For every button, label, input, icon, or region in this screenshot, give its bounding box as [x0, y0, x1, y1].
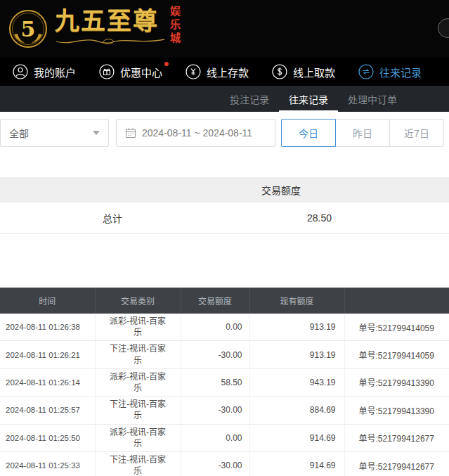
summary-total-row: 总计 28.50	[0, 202, 449, 234]
cell-type: 下注-视讯-百家乐	[95, 451, 181, 476]
main-nav: 我的账户 优惠中心 线上存款	[0, 58, 449, 86]
col-header-note	[344, 288, 449, 314]
emblem-number: 5	[21, 17, 36, 41]
records-table: 时间 交易类别 交易额度 现有额度 2024-08-11 01:26:38 派彩…	[0, 288, 449, 476]
table-row: 2024-08-11 01:26:21 下注-视讯-百家乐 -30.00 913…	[0, 341, 449, 368]
filter-bar: 全部 2024-08-11 ~ 2024-08-11 今日 昨日 近7日	[0, 112, 449, 158]
cell-amount: -30.00	[181, 397, 249, 424]
cell-note: 单号:521799412677	[344, 451, 449, 476]
cell-type: 派彩-视讯-百家乐	[95, 424, 181, 451]
cell-amount: -30.00	[181, 451, 249, 476]
nav-item-label: 线上取款	[293, 65, 335, 79]
tab-processing-orders[interactable]: 处理中订单	[338, 86, 407, 112]
page: 5 九五至尊 娱乐城 我的账户	[0, 0, 449, 476]
col-header-balance: 现有额度	[249, 288, 344, 314]
nav-item-label: 我的账户	[34, 65, 76, 79]
col-header-amount: 交易额度	[181, 288, 249, 314]
table-header-row: 时间 交易类别 交易额度 现有额度	[0, 288, 449, 314]
cell-type: 派彩-视讯-百家乐	[95, 368, 181, 396]
table-row: 2024-08-11 01:25:57 下注-视讯-百家乐 -30.00 884…	[0, 397, 449, 424]
nav-item-promotions[interactable]: 优惠中心	[99, 64, 162, 79]
cell-type: 下注-视讯-百家乐	[95, 341, 181, 368]
date-range-input[interactable]: 2024-08-11 ~ 2024-08-11	[116, 119, 275, 147]
summary-total-label: 总计	[0, 211, 225, 225]
cell-type: 派彩-视讯-百家乐	[95, 314, 181, 341]
user-icon	[13, 64, 28, 79]
cell-balance: 884.69	[249, 397, 344, 424]
summary-header-label: 交易额度	[225, 183, 337, 197]
sub-nav: 投注记录 往来记录 处理中订单	[0, 86, 449, 112]
type-select[interactable]: 全部	[0, 119, 109, 147]
deposit-icon	[186, 64, 201, 79]
cell-time: 2024-08-11 01:26:38	[0, 314, 95, 341]
nav-item-deposit[interactable]: 线上存款	[186, 64, 249, 79]
brand-badge: 娱乐城	[169, 6, 180, 46]
notification-dot	[164, 62, 169, 66]
tab-label: 往来记录	[279, 86, 338, 112]
top-header: 5 九五至尊 娱乐城	[0, 0, 449, 58]
cell-time: 2024-08-11 01:25:57	[0, 397, 95, 424]
brand-block: 九五至尊	[55, 8, 166, 49]
tab-label: 处理中订单	[338, 86, 407, 112]
brand-title: 九五至尊	[55, 8, 166, 33]
cell-amount: 0.00	[181, 314, 249, 341]
cell-amount: -30.00	[181, 341, 249, 368]
nav-item-label: 优惠中心	[120, 65, 162, 79]
cell-note: 单号:521799414059	[344, 341, 449, 368]
cell-amount: 0.00	[181, 424, 249, 451]
summary-table: 交易额度 总计 28.50	[0, 177, 449, 234]
gift-icon	[99, 64, 115, 79]
cell-note: 单号:521799413390	[344, 368, 449, 396]
type-select-value: 全部	[9, 126, 29, 140]
cell-note: 单号:521799414059	[344, 314, 449, 341]
cell-time: 2024-08-11 01:25:50	[0, 424, 95, 451]
records-section: 时间 交易类别 交易额度 现有额度 2024-08-11 01:26:38 派彩…	[0, 288, 449, 476]
cell-note: 单号:521799413390	[344, 397, 449, 424]
cell-time: 2024-08-11 01:25:33	[0, 451, 95, 476]
calendar-icon	[125, 127, 136, 139]
nav-item-withdraw[interactable]: 线上取款	[272, 64, 335, 79]
service-icon[interactable]	[438, 18, 449, 38]
range-button-group: 今日 昨日 近7日	[281, 119, 444, 147]
nav-item-account[interactable]: 我的账户	[13, 64, 76, 79]
cell-balance: 913.19	[249, 341, 344, 368]
brand-emblem-icon: 5	[8, 9, 48, 49]
tab-bet-records[interactable]: 投注记录	[220, 86, 279, 112]
cell-type: 下注-视讯-百家乐	[95, 397, 181, 424]
cell-balance: 914.69	[249, 424, 344, 451]
cell-note: 单号:521799412677	[344, 424, 449, 451]
cell-balance: 913.19	[249, 314, 344, 341]
nav-item-records[interactable]: 往来记录	[358, 64, 422, 79]
yesterday-button[interactable]: 昨日	[335, 119, 390, 147]
tab-transaction-records[interactable]: 往来记录	[279, 86, 338, 112]
summary-total-value: 28.50	[225, 212, 337, 224]
today-button[interactable]: 今日	[281, 119, 336, 147]
cell-time: 2024-08-11 01:26:14	[0, 368, 95, 396]
table-row: 2024-08-11 01:26:14 派彩-视讯-百家乐 58.50 943.…	[0, 368, 449, 396]
cell-time: 2024-08-11 01:26:21	[0, 341, 95, 368]
records-icon	[358, 64, 374, 79]
cell-balance: 914.69	[249, 451, 344, 476]
nav-item-label: 线上存款	[207, 65, 249, 79]
cell-amount: 58.50	[181, 368, 249, 396]
date-range-value: 2024-08-11 ~ 2024-08-11	[142, 127, 252, 139]
tab-label: 投注记录	[220, 86, 279, 112]
col-header-time: 时间	[0, 288, 95, 314]
last7days-button[interactable]: 近7日	[389, 119, 444, 147]
caret-down-icon	[93, 131, 100, 135]
withdraw-icon	[272, 64, 287, 79]
nav-item-label: 往来记录	[379, 65, 422, 79]
table-row: 2024-08-11 01:26:38 派彩-视讯-百家乐 0.00 913.1…	[0, 314, 449, 341]
table-row: 2024-08-11 01:25:50 派彩-视讯-百家乐 0.00 914.6…	[0, 424, 449, 451]
col-header-type: 交易类别	[95, 288, 181, 314]
table-row: 2024-08-11 01:25:33 下注-视讯-百家乐 -30.00 914…	[0, 451, 449, 476]
summary-header-row: 交易额度	[0, 177, 449, 202]
cell-balance: 943.19	[249, 368, 344, 396]
brand-flourish-icon	[55, 35, 166, 49]
